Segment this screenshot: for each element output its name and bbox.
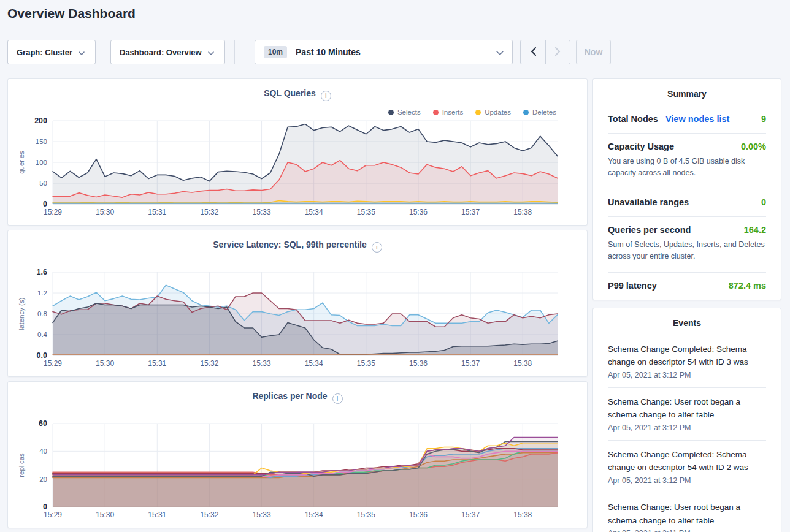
event-item: Schema Change: User root began a schema … bbox=[608, 493, 766, 532]
sql-queries-chart[interactable]: 05010015020015:2915:3015:3115:3215:3315:… bbox=[8, 107, 588, 222]
info-icon[interactable]: i bbox=[321, 91, 331, 101]
svg-text:1.2: 1.2 bbox=[37, 289, 47, 297]
now-button[interactable]: Now bbox=[576, 40, 611, 64]
time-range-badge: 10m bbox=[264, 46, 287, 58]
time-back-button[interactable] bbox=[521, 40, 545, 64]
summary-row: Queries per second164.2Sum of Selects, U… bbox=[608, 216, 766, 272]
time-forward-button[interactable] bbox=[545, 40, 570, 64]
summary-label: Capacity Usage bbox=[608, 142, 674, 151]
toolbar-divider bbox=[234, 40, 235, 64]
sidebar: Summary Total NodesView nodes list9Capac… bbox=[592, 78, 781, 532]
chart-title: Service Latency: SQL, 99th percentilei bbox=[8, 230, 587, 253]
event-time: Apr 05, 2021 at 3:11 PM bbox=[608, 529, 766, 532]
svg-text:15:38: 15:38 bbox=[513, 208, 532, 216]
svg-text:replicas: replicas bbox=[18, 453, 25, 477]
svg-text:15:29: 15:29 bbox=[44, 511, 62, 519]
svg-text:15:31: 15:31 bbox=[148, 511, 166, 519]
summary-label: P99 latency bbox=[608, 281, 657, 291]
dashboard-dropdown[interactable]: Dashboard: Overview bbox=[110, 40, 225, 64]
svg-text:0.0: 0.0 bbox=[37, 351, 47, 360]
graph-dropdown-label: Graph: Cluster bbox=[17, 48, 72, 57]
svg-text:15:34: 15:34 bbox=[305, 208, 323, 216]
charts-column: SQL Queriesi SelectsInsertsUpdatesDelete… bbox=[7, 78, 588, 532]
svg-text:latency (s): latency (s) bbox=[18, 297, 25, 330]
chevron-down-icon bbox=[208, 48, 214, 57]
sql-queries-panel: SQL Queriesi SelectsInsertsUpdatesDelete… bbox=[7, 78, 588, 226]
svg-text:0.4: 0.4 bbox=[37, 331, 48, 338]
time-range-selector[interactable]: 10m Past 10 Minutes bbox=[255, 40, 513, 64]
svg-text:15:34: 15:34 bbox=[305, 511, 323, 519]
dashboard-dropdown-label: Dashboard: Overview bbox=[120, 48, 202, 57]
svg-text:15:30: 15:30 bbox=[96, 208, 114, 216]
event-time: Apr 05, 2021 at 3:12 PM bbox=[608, 424, 766, 432]
chart-title-text: Replicas per Node bbox=[252, 391, 327, 401]
replicas-per-node-chart[interactable]: 020406015:2915:3015:3115:3215:3315:3415:… bbox=[8, 410, 588, 525]
event-text: Schema Change: User root began a schema … bbox=[608, 395, 766, 422]
info-icon[interactable]: i bbox=[372, 242, 382, 253]
svg-text:15:35: 15:35 bbox=[357, 208, 375, 216]
svg-text:15:31: 15:31 bbox=[148, 208, 166, 216]
svg-text:15:32: 15:32 bbox=[200, 359, 218, 368]
info-icon[interactable]: i bbox=[332, 393, 343, 404]
summary-row: Capacity Usage0.00%You are using 0 B of … bbox=[608, 133, 766, 189]
events-title: Events bbox=[608, 308, 766, 335]
time-range-label: Past 10 Minutes bbox=[296, 47, 361, 57]
svg-text:15:31: 15:31 bbox=[148, 359, 166, 368]
svg-text:15:38: 15:38 bbox=[513, 511, 532, 519]
event-text: Schema Change: User root began a schema … bbox=[608, 501, 766, 527]
svg-text:15:35: 15:35 bbox=[357, 511, 375, 519]
svg-text:150: 150 bbox=[36, 138, 47, 145]
svg-text:15:37: 15:37 bbox=[461, 511, 480, 519]
svg-text:40: 40 bbox=[39, 447, 47, 455]
summary-subtext: Sum of Selects, Updates, Inserts, and De… bbox=[608, 239, 766, 263]
svg-text:0: 0 bbox=[43, 503, 47, 511]
time-nav-group bbox=[520, 40, 570, 64]
svg-text:15:34: 15:34 bbox=[305, 359, 323, 368]
event-item: Schema Change Completed: Schema change o… bbox=[608, 335, 766, 387]
graph-dropdown[interactable]: Graph: Cluster bbox=[7, 40, 96, 64]
svg-text:15:29: 15:29 bbox=[44, 359, 62, 368]
svg-text:15:35: 15:35 bbox=[357, 359, 375, 368]
event-item: Schema Change Completed: Schema change o… bbox=[608, 440, 766, 493]
svg-text:15:37: 15:37 bbox=[461, 359, 480, 368]
summary-row: Total NodesView nodes list9 bbox=[608, 106, 766, 133]
view-nodes-list-link[interactable]: View nodes list bbox=[665, 114, 730, 124]
svg-text:0.8: 0.8 bbox=[37, 310, 47, 317]
event-text: Schema Change Completed: Schema change o… bbox=[608, 448, 766, 474]
toolbar: Graph: Cluster Dashboard: Overview 10m P… bbox=[7, 40, 611, 64]
service-latency-panel: Service Latency: SQL, 99th percentilei 0… bbox=[7, 230, 588, 377]
service-latency-chart[interactable]: 0.00.40.81.21.615:2915:3015:3115:3215:33… bbox=[8, 259, 588, 374]
svg-text:0: 0 bbox=[43, 200, 47, 208]
svg-text:15:36: 15:36 bbox=[409, 208, 428, 216]
svg-text:15:33: 15:33 bbox=[253, 359, 271, 368]
event-item: Schema Change: User root began a schema … bbox=[608, 387, 766, 440]
event-text: Schema Change Completed: Schema change o… bbox=[608, 343, 766, 369]
svg-text:15:33: 15:33 bbox=[253, 208, 271, 216]
svg-text:15:32: 15:32 bbox=[200, 511, 218, 519]
summary-rows: Total NodesView nodes list9Capacity Usag… bbox=[608, 106, 766, 300]
summary-value: 9 bbox=[761, 114, 766, 124]
svg-text:200: 200 bbox=[34, 116, 47, 125]
svg-text:15:30: 15:30 bbox=[96, 359, 114, 368]
chevron-left-icon bbox=[531, 47, 536, 58]
summary-value: 0.00% bbox=[741, 142, 766, 151]
summary-label: Queries per second bbox=[608, 225, 691, 235]
summary-value: 0 bbox=[761, 197, 766, 207]
event-items: Schema Change Completed: Schema change o… bbox=[608, 335, 766, 532]
replicas-per-node-panel: Replicas per Nodei 020406015:2915:3015:3… bbox=[7, 381, 588, 528]
summary-value: 164.2 bbox=[744, 225, 766, 235]
svg-text:15:36: 15:36 bbox=[409, 359, 428, 368]
chart-title-text: SQL Queries bbox=[264, 88, 316, 98]
events-panel: Events Schema Change Completed: Schema c… bbox=[592, 308, 781, 532]
chart-title-text: Service Latency: SQL, 99th percentile bbox=[213, 240, 367, 249]
svg-text:queries: queries bbox=[18, 151, 25, 174]
svg-text:15:29: 15:29 bbox=[44, 208, 62, 216]
chart-title: Replicas per Nodei bbox=[8, 382, 587, 404]
svg-text:15:33: 15:33 bbox=[253, 511, 271, 519]
summary-label: Unavailable ranges bbox=[608, 197, 689, 207]
svg-text:20: 20 bbox=[39, 476, 47, 483]
svg-text:15:32: 15:32 bbox=[200, 208, 218, 216]
summary-row: Unavailable ranges0 bbox=[608, 189, 766, 216]
svg-text:60: 60 bbox=[39, 419, 47, 428]
summary-panel: Summary Total NodesView nodes list9Capac… bbox=[592, 78, 781, 300]
